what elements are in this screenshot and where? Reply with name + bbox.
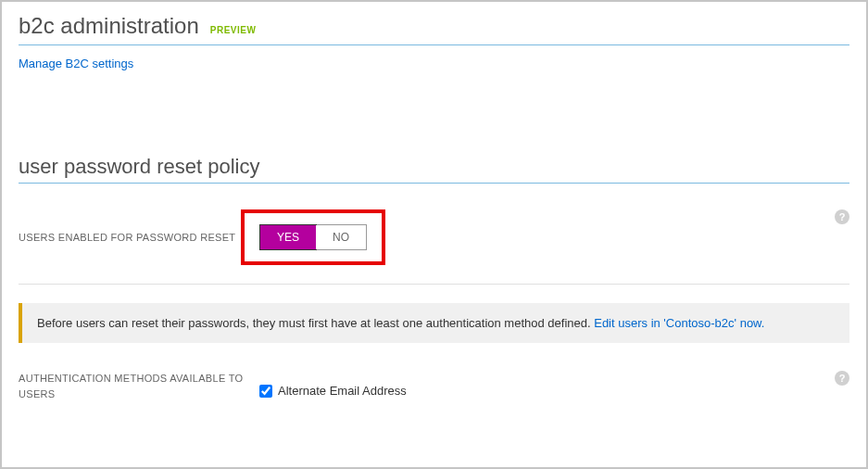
spacer — [19, 71, 849, 155]
toggle-no[interactable]: NO — [316, 225, 366, 249]
preview-badge: PREVIEW — [210, 25, 257, 35]
divider — [19, 284, 849, 285]
auth-methods-options: Alternate Email Address — [259, 371, 407, 398]
section-title: user password reset policy — [19, 155, 849, 184]
info-banner: Before users can reset their passwords, … — [19, 303, 849, 343]
page-title: b2c administration — [19, 13, 199, 39]
highlight-box: YES NO — [241, 209, 385, 265]
toggle-yes[interactable]: YES — [259, 224, 317, 250]
auth-methods-row: AUTHENTICATION METHODS AVAILABLE TO USER… — [19, 371, 849, 401]
alternate-email-label: Alternate Email Address — [278, 384, 407, 398]
help-icon[interactable]: ? — [835, 209, 849, 224]
info-banner-text: Before users can reset their passwords, … — [37, 316, 594, 330]
alternate-email-checkbox[interactable] — [259, 385, 272, 398]
edit-users-link[interactable]: Edit users in 'Contoso-b2c' now. — [594, 316, 764, 330]
page-header: b2c administration PREVIEW — [19, 13, 849, 45]
password-reset-label: USERS ENABLED FOR PASSWORD RESET — [19, 232, 241, 243]
yes-no-toggle: YES NO — [259, 224, 367, 250]
auth-method-alternate-email[interactable]: Alternate Email Address — [259, 384, 407, 398]
manage-b2c-settings-link[interactable]: Manage B2C settings — [19, 57, 133, 70]
password-reset-field-row: USERS ENABLED FOR PASSWORD RESET YES NO … — [19, 209, 849, 265]
auth-methods-label: AUTHENTICATION METHODS AVAILABLE TO USER… — [19, 371, 259, 401]
help-icon[interactable]: ? — [835, 371, 849, 386]
password-reset-control: YES NO — [241, 209, 385, 265]
